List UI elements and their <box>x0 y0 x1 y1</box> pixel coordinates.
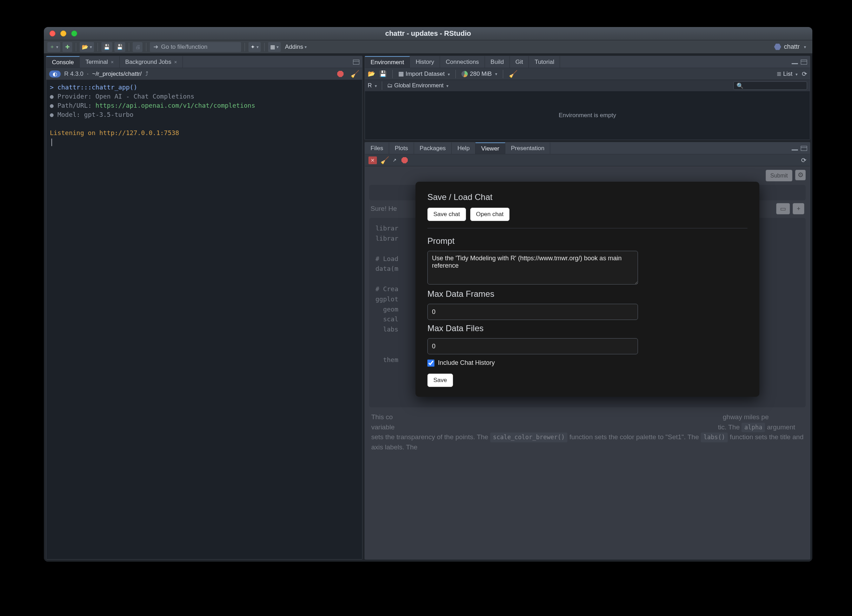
tab-packages[interactable]: Packages <box>414 142 452 154</box>
window-title: chattr - updates - RStudio <box>44 29 812 38</box>
memory-pie-icon <box>461 71 468 77</box>
modal-overlay[interactable]: Save / Load Chat Save chat Open chat Pro… <box>365 166 810 559</box>
tab-terminal[interactable]: Terminal× <box>80 56 119 68</box>
open-file-button[interactable]: 📂▾ <box>80 42 94 52</box>
maximize-pane-button[interactable] <box>801 146 807 151</box>
prompt-textarea[interactable] <box>428 251 638 284</box>
new-file-button[interactable]: ＋▾ <box>47 42 60 52</box>
print-button[interactable]: 🖨 <box>133 42 142 52</box>
minimize-window-button[interactable] <box>60 30 66 36</box>
viewer-toolbar: ✕ 🧹 ↗ ⟳ <box>365 154 810 166</box>
close-window-button[interactable] <box>50 30 56 36</box>
console-pane: Console Terminal× Background Jobs× ◐ R 4… <box>46 56 363 560</box>
max-data-frames-input[interactable] <box>428 304 638 320</box>
save-button[interactable]: Save <box>428 374 453 387</box>
tools-button[interactable]: ✦▾ <box>248 42 261 52</box>
environment-empty-label: Environment is empty <box>365 91 810 140</box>
load-workspace-button[interactable]: 📂 <box>368 70 375 77</box>
project-menu[interactable]: chattr ▾ <box>774 43 809 50</box>
clear-viewer-button[interactable]: ✕ <box>369 157 377 164</box>
list-view-button[interactable]: ≣ List ▾ <box>776 70 798 77</box>
max-data-frames-label: Max Data Frames <box>428 289 748 299</box>
search-icon: 🔍 <box>737 82 743 89</box>
memory-usage[interactable]: 280 MiB▾ <box>461 71 497 77</box>
popout-icon[interactable]: ⤴ <box>145 71 148 77</box>
import-dataset-button[interactable]: ▦ Import Dataset ▾ <box>398 70 450 77</box>
addins-menu[interactable]: Addins▾ <box>283 42 309 52</box>
modal-title: Save / Load Chat <box>428 192 748 202</box>
popout-viewer-button[interactable]: ↗ <box>393 157 397 163</box>
grid-button[interactable]: ▦▾ <box>268 42 281 52</box>
goto-placeholder: Go to file/function <box>161 44 207 50</box>
max-data-files-input[interactable] <box>428 338 638 354</box>
goto-icon: ➜ <box>153 43 158 50</box>
save-workspace-button[interactable]: 💾 <box>379 70 387 77</box>
minimize-pane-button[interactable] <box>792 149 798 151</box>
clear-all-viewer-button[interactable]: 🧹 <box>381 156 389 165</box>
r-version: R 4.3.0 <box>64 71 83 77</box>
viewer-body: Submit ⚙ Sure! He ▭ + librar librar # Lo… <box>365 166 810 559</box>
traffic-lights <box>50 30 77 36</box>
tab-history[interactable]: History <box>410 56 440 68</box>
clear-console-button[interactable]: 🧹 <box>350 70 360 78</box>
close-icon[interactable]: × <box>174 59 177 65</box>
settings-modal: Save / Load Chat Save chat Open chat Pro… <box>415 182 759 397</box>
tab-help[interactable]: Help <box>452 142 476 154</box>
tab-background-jobs[interactable]: Background Jobs× <box>120 56 183 68</box>
maximize-pane-button[interactable] <box>801 60 807 65</box>
main-toolbar: ＋▾ ✚ 📂▾ 💾 💾 🖨 ➜ Go to file/function ✦▾ ▦… <box>44 40 812 54</box>
refresh-button[interactable]: ⟳ <box>802 70 807 78</box>
tab-tutorial[interactable]: Tutorial <box>529 56 560 68</box>
save-all-button[interactable]: 💾 <box>115 42 125 52</box>
prompt-label: Prompt <box>428 236 748 246</box>
stop-viewer-button[interactable] <box>402 157 408 163</box>
r-logo-icon: ◐ <box>49 71 61 77</box>
rstudio-window: chattr - updates - RStudio ＋▾ ✚ 📂▾ 💾 💾 🖨… <box>44 27 812 562</box>
tab-environment[interactable]: Environment <box>365 56 410 68</box>
tab-build[interactable]: Build <box>485 56 510 68</box>
tab-presentation[interactable]: Presentation <box>505 142 550 154</box>
open-chat-button[interactable]: Open chat <box>470 208 509 221</box>
minimize-pane-button[interactable] <box>792 63 798 64</box>
project-hex-icon <box>774 44 781 50</box>
goto-file-function[interactable]: ➜ Go to file/function <box>150 42 241 52</box>
tab-viewer[interactable]: Viewer <box>476 142 505 154</box>
console-output[interactable]: > chattr:::chattr_app() ● Provider: Open… <box>46 80 362 559</box>
scope-selector[interactable]: 🗂 Global Environment ▾ <box>387 82 449 89</box>
maximize-pane-button[interactable] <box>353 60 360 65</box>
environment-toolbar: 📂 💾 ▦ Import Dataset ▾ 280 MiB▾ 🧹 ≣ List… <box>365 68 810 80</box>
tab-console[interactable]: Console <box>46 56 80 68</box>
close-icon[interactable]: × <box>111 59 114 65</box>
environment-search[interactable]: 🔍 <box>733 82 807 90</box>
include-chat-history-label: Include Chat History <box>438 359 495 367</box>
clear-objects-button[interactable]: 🧹 <box>509 70 518 78</box>
tab-connections[interactable]: Connections <box>440 56 485 68</box>
viewer-tabbar: Files Plots Packages Help Viewer Present… <box>365 142 810 154</box>
environment-scope-bar: R ▾ 🗂 Global Environment ▾ 🔍 <box>365 80 810 91</box>
stop-button[interactable] <box>337 71 343 77</box>
refresh-viewer-button[interactable]: ⟳ <box>801 157 807 164</box>
console-tabbar: Console Terminal× Background Jobs× <box>46 56 362 68</box>
zoom-window-button[interactable] <box>71 30 77 36</box>
working-dir[interactable]: ~/r_projects/chattr/ <box>92 71 142 77</box>
include-chat-history-checkbox[interactable] <box>428 359 434 367</box>
save-button[interactable]: 💾 <box>101 42 112 52</box>
new-project-button[interactable]: ✚ <box>62 42 72 52</box>
tab-plots[interactable]: Plots <box>389 142 414 154</box>
viewer-pane: Files Plots Packages Help Viewer Present… <box>365 142 810 560</box>
max-data-files-label: Max Data Files <box>428 323 748 333</box>
tab-files[interactable]: Files <box>365 142 389 154</box>
console-subbar: ◐ R 4.3.0 · ~/r_projects/chattr/ ⤴ 🧹 <box>46 68 362 80</box>
language-selector[interactable]: R ▾ <box>368 82 377 89</box>
save-chat-button[interactable]: Save chat <box>428 208 466 221</box>
project-name: chattr <box>784 43 800 50</box>
titlebar: chattr - updates - RStudio <box>44 27 812 40</box>
environment-pane: Environment History Connections Build Gi… <box>365 56 810 140</box>
environment-tabbar: Environment History Connections Build Gi… <box>365 56 810 68</box>
tab-git[interactable]: Git <box>510 56 529 68</box>
